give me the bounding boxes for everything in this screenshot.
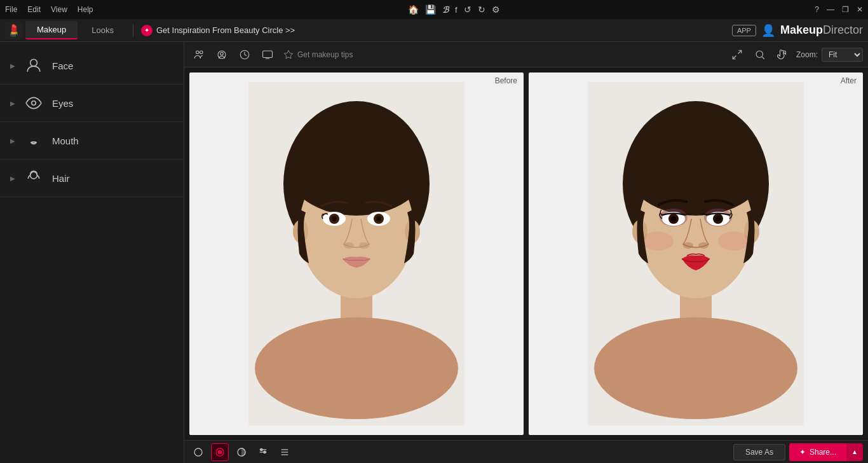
- b-icon[interactable]: ℬ: [442, 5, 449, 15]
- view-circle-btn[interactable]: [189, 443, 207, 461]
- chevron-icon: ▶: [10, 175, 15, 182]
- share-label: Share...: [810, 448, 836, 457]
- mouth-icon: [24, 131, 43, 150]
- svg-point-49: [698, 242, 709, 249]
- svg-point-35: [594, 317, 797, 419]
- app-logo: 💄: [5, 22, 23, 39]
- beauty-circle-icon: ✦: [141, 25, 153, 36]
- hair-icon: [24, 169, 43, 188]
- history-btn[interactable]: [235, 45, 254, 64]
- people-tool-btn[interactable]: [189, 45, 208, 64]
- zoom-btn[interactable]: [750, 45, 770, 64]
- menu-file[interactable]: File: [5, 5, 17, 14]
- fullscreen-btn[interactable]: [728, 45, 747, 64]
- main-layout: ▶ Face ▶ Eyes ▶: [0, 42, 868, 463]
- svg-marker-11: [284, 50, 292, 59]
- content-area: Get makeup tips: [184, 42, 868, 463]
- sidebar: ▶ Face ▶ Eyes ▶: [0, 42, 184, 463]
- svg-point-37: [626, 120, 766, 216]
- share-button[interactable]: ✦ Share...: [789, 443, 846, 461]
- save-icon[interactable]: 💾: [425, 4, 436, 15]
- tips-label: Get makeup tips: [297, 50, 353, 59]
- chevron-icon: ▶: [10, 62, 15, 69]
- svg-point-1: [32, 101, 36, 106]
- zoom-control: Zoom: Fit 25% 50% 100% 150% 200%: [796, 48, 863, 62]
- settings-icon[interactable]: ⚙: [492, 4, 500, 15]
- before-pane: Before: [189, 73, 524, 435]
- maximize-button[interactable]: ❐: [842, 5, 849, 14]
- bottom-tools: [189, 443, 294, 461]
- view-compare-btn[interactable]: [233, 443, 250, 461]
- canvas-area: Before: [184, 67, 868, 440]
- brand-makeup: Makeup: [780, 24, 823, 36]
- close-button[interactable]: ✕: [857, 5, 863, 14]
- menu-edit[interactable]: Edit: [27, 5, 41, 14]
- brand-name: MakeupDirector: [780, 24, 863, 37]
- svg-point-52: [194, 448, 202, 456]
- svg-point-58: [261, 448, 262, 450]
- after-photo: [529, 73, 863, 435]
- svg-point-51: [718, 232, 750, 251]
- minimize-button[interactable]: —: [827, 5, 834, 14]
- svg-point-48: [683, 242, 693, 249]
- save-as-button[interactable]: Save As: [733, 444, 785, 460]
- sidebar-item-eyes[interactable]: ▶ Eyes: [0, 85, 184, 122]
- app-badge[interactable]: APP: [732, 25, 756, 36]
- sidebar-item-face[interactable]: ▶ Face: [0, 47, 184, 85]
- headerbar: 💄 Makeup Looks ✦ Get Inspiration From Be…: [0, 19, 868, 42]
- sidebar-item-mouth[interactable]: ▶ Mouth: [0, 122, 184, 160]
- tab-looks[interactable]: Looks: [80, 22, 125, 39]
- sidebar-item-hair[interactable]: ▶ Hair: [0, 160, 184, 197]
- share-expand-button[interactable]: ▲: [846, 443, 863, 461]
- before-photo: [189, 73, 524, 435]
- view-split-btn[interactable]: [211, 443, 229, 461]
- menu-help[interactable]: Help: [78, 5, 93, 14]
- home-icon[interactable]: 🏠: [408, 4, 419, 15]
- redo-icon[interactable]: ↻: [478, 4, 485, 15]
- svg-point-50: [642, 232, 674, 251]
- svg-point-19: [255, 317, 458, 419]
- subtoolbar: Get makeup tips: [184, 42, 868, 67]
- hand-btn[interactable]: [773, 45, 792, 64]
- user-icon[interactable]: 👤: [761, 24, 775, 38]
- svg-point-54: [218, 450, 221, 453]
- window-controls: ? — ❐ ✕: [815, 5, 863, 14]
- menu-view[interactable]: View: [51, 5, 67, 14]
- after-label: After: [841, 76, 857, 85]
- beauty-circle-link[interactable]: ✦ Get Inspiration From Beauty Circle >>: [141, 25, 295, 36]
- svg-point-0: [31, 59, 37, 66]
- makeup-tips[interactable]: Get makeup tips: [283, 50, 353, 60]
- svg-point-31: [359, 242, 369, 249]
- face-select-btn[interactable]: [212, 45, 231, 64]
- bottombar: Save As ✦ Share... ▲: [184, 440, 868, 463]
- brand-director: Director: [823, 24, 863, 36]
- undo-icon[interactable]: ↺: [464, 4, 471, 15]
- sidebar-mouth-label: Mouth: [52, 135, 173, 146]
- chevron-icon: ▶: [10, 100, 15, 107]
- help-button[interactable]: ?: [815, 5, 819, 14]
- svg-point-5: [200, 51, 203, 54]
- share-group: ✦ Share... ▲: [789, 443, 863, 461]
- eye-icon: [24, 93, 43, 113]
- svg-rect-9: [263, 51, 273, 58]
- titlebar: File Edit View Help 🏠 💾 ℬ f ↺ ↻ ⚙ ? — ❐ …: [0, 0, 868, 19]
- zoom-label: Zoom:: [796, 50, 818, 59]
- bottom-actions: Save As ✦ Share... ▲: [733, 443, 863, 461]
- svg-point-47: [715, 216, 721, 221]
- header-right: APP 👤 MakeupDirector: [732, 24, 863, 38]
- sidebar-hair-label: Hair: [52, 173, 173, 184]
- svg-point-26: [332, 216, 337, 221]
- zoom-select[interactable]: Fit 25% 50% 100% 150% 200%: [822, 48, 863, 62]
- svg-line-15: [762, 57, 764, 59]
- adjust1-btn[interactable]: [254, 443, 272, 461]
- adjust2-btn[interactable]: [276, 443, 294, 461]
- svg-point-7: [220, 52, 224, 55]
- facebook-icon[interactable]: f: [455, 5, 458, 15]
- chevron-icon: ▶: [10, 137, 15, 144]
- monitor-btn[interactable]: [258, 45, 277, 64]
- svg-point-44: [671, 216, 676, 221]
- face-icon: [24, 56, 43, 75]
- sidebar-face-label: Face: [52, 60, 173, 71]
- svg-point-29: [376, 216, 381, 221]
- tab-makeup[interactable]: Makeup: [25, 21, 78, 39]
